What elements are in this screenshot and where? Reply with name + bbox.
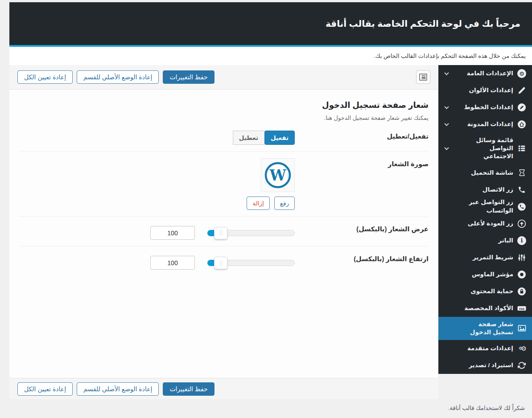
sidebar-item-label: زر الاتصال (483, 186, 513, 194)
sidebar-item-label: شعار صفحة تسجيل الدخول (460, 320, 513, 336)
sidebar-item-label: زر التواصل عبر الواتساب (444, 198, 513, 214)
sidebar-item-advanced-settings[interactable]: ⚙⚙ إعدادات متقدمة (438, 340, 532, 357)
sidebar-item-font-settings[interactable]: إعدادات الخطوط (438, 99, 532, 116)
bottom-toolbar: حفظ التغييرات إعادة الوضع الأصلي للقسم إ… (9, 378, 438, 399)
remove-button[interactable]: إزالة (247, 197, 269, 210)
reset-all-button-bottom[interactable]: إعادة تعيين الكل (17, 382, 73, 396)
logo-width-input[interactable] (150, 226, 195, 240)
sidebar-item-whatsapp-button[interactable]: زر التواصل عبر الواتساب (438, 198, 532, 215)
sidebar-item-label: إعدادات المدونة (467, 120, 513, 128)
reset-all-button[interactable]: إعادة تعيين الكل (17, 70, 73, 84)
sidebar-item-label: الأكواد المخصصة (464, 304, 513, 312)
sidebar-item-label: الإعدادات العامة (467, 70, 513, 78)
disable-button[interactable]: تعطيل (233, 131, 265, 145)
brush-icon (517, 86, 526, 95)
subtitle-text: يمكنك من خلال هذه الصفحة التحكم بإعدادات… (374, 53, 526, 59)
logo-width-slider-handle[interactable] (214, 227, 227, 239)
sidebar-item-label: إعدادات متقدمة (467, 344, 513, 352)
lock-circle-icon (517, 287, 526, 296)
toggle-row: تفعيل/تعطيل تفعيل تعطيل (19, 124, 429, 152)
sidebar-item-slider-bar[interactable]: شريط التمرير (438, 249, 532, 266)
gear-circle-icon: ⚙ (517, 69, 526, 78)
sidebar-item-label: شاشة التحميل (471, 169, 513, 177)
chevron-down-icon (444, 72, 449, 75)
sidebar-item-custom-codes[interactable]: css الأكواد المخصصة (438, 300, 532, 317)
sidebar-item-back-to-top[interactable]: زر العودة لأعلى (438, 215, 532, 232)
phone-icon (517, 185, 526, 194)
sidebar-item-label: شريط التمرير (473, 254, 513, 262)
sidebar-item-blog-settings[interactable]: إعدادات المدونة (438, 116, 532, 133)
sidebar: ⚙ الإعدادات العامة إعدادات الألوان (438, 65, 532, 399)
top-toolbar: حفظ التغييرات إعادة الوضع الأصلي للقسم إ… (9, 65, 438, 90)
panel-toggle-button[interactable] (416, 70, 430, 84)
sidebar-item-general-settings[interactable]: ⚙ الإعدادات العامة (438, 65, 532, 82)
admin-panel: مرحباً بك في لوحة التحكم الخاصة بقالب أن… (9, 2, 532, 399)
enable-disable-toggle: تفعيل تعطيل (233, 131, 295, 145)
sidebar-item-label: إعدادات الألوان (469, 86, 513, 94)
import-export-icon (517, 361, 526, 370)
logo-height-row: ارتفاع الشعار (بالبكسل) (19, 246, 429, 276)
sidebar-item-label: استيراد / تصدير (469, 361, 513, 369)
page-title: مرحباً بك في لوحة التحكم الخاصة بقالب أن… (326, 18, 520, 29)
home-circle-icon (517, 120, 526, 129)
list-icon (517, 144, 526, 153)
logo-height-input[interactable] (150, 256, 195, 270)
reset-section-button[interactable]: إعادة الوضع الأصلي للقسم (77, 70, 159, 84)
section-title: شعار صفحة تسجيل الدخول (19, 100, 429, 110)
image-icon (517, 324, 526, 333)
reset-section-button-bottom[interactable]: إعادة الوضع الأصلي للقسم (77, 382, 159, 396)
chevron-down-icon (444, 123, 449, 126)
section-panel: شعار صفحة تسجيل الدخول يمكنك تغيير شعار … (9, 90, 438, 378)
content-area: حفظ التغييرات إعادة الوضع الأصلي للقسم إ… (9, 65, 438, 399)
sidebar-item-login-page-logo[interactable]: شعار صفحة تسجيل الدخول (438, 317, 532, 340)
footer-thanks-text: شكراً لك لاستخدامك قالب أناقة. (0, 399, 532, 411)
toggle-label: تفعيل/تعطيل (295, 131, 429, 140)
upload-button[interactable]: رفع (274, 197, 295, 210)
chevron-down-icon (444, 147, 449, 150)
sidebar-menu: ⚙ الإعدادات العامة إعدادات الألوان (438, 65, 532, 374)
sidebar-item-content-protection[interactable]: حماية المحتوى (438, 283, 532, 300)
section-description: يمكنك تغيير شعار صفحة تسجيل الدخول هنا. (19, 115, 429, 121)
svg-text:css: css (519, 307, 524, 310)
sidebar-item-color-settings[interactable]: إعدادات الألوان (438, 82, 532, 99)
page-header: مرحباً بك في لوحة التحكم الخاصة بقالب أن… (9, 2, 532, 47)
logo-height-label: ارتفاع الشعار (بالبكسل) (295, 253, 429, 262)
sidebar-item-label: مؤشر الماوس (472, 270, 513, 279)
sidebar-item-banner[interactable]: i البانر (438, 232, 532, 249)
sidebar-item-social-media[interactable]: قائمة وسائل التواصل الاجتماعي (438, 133, 532, 164)
sidebar-item-mouse-cursor[interactable]: مؤشر الماوس (438, 266, 532, 283)
chevron-down-icon (444, 106, 449, 109)
sidebar-item-label: البانر (498, 237, 513, 245)
sidebar-item-call-button[interactable]: زر الاتصال (438, 181, 532, 198)
sidebar-item-label: حماية المحتوى (470, 287, 513, 295)
sliders-icon (517, 253, 526, 262)
logo-height-slider[interactable] (207, 260, 295, 266)
logo-width-label: عرض الشعار (بالبكسل) (295, 223, 429, 233)
sidebar-item-import-export[interactable]: استيراد / تصدير (438, 357, 532, 374)
mouse-pointer-icon (517, 270, 526, 279)
panel-layout-icon (419, 74, 427, 81)
wordpress-logo: W (264, 162, 291, 189)
arrow-up-circle-icon (517, 219, 526, 228)
subtitle-strip: يمكنك من خلال هذه الصفحة التحكم بإعدادات… (9, 47, 532, 65)
sidebar-item-label: زر العودة لأعلى (468, 220, 513, 228)
logo-preview: W (261, 158, 295, 192)
sidebar-item-label: إعدادات الخطوط (464, 103, 513, 111)
hourglass-icon (517, 168, 526, 177)
sidebar-item-label: قائمة وسائل التواصل الاجتماعي (460, 136, 513, 161)
gears-icon: ⚙⚙ (517, 344, 526, 353)
save-button-bottom[interactable]: حفظ التغييرات (163, 382, 214, 396)
logo-width-slider[interactable] (207, 230, 295, 236)
logo-height-slider-handle[interactable] (214, 257, 227, 269)
info-circle-icon: i (517, 236, 526, 245)
svg-text:W: W (269, 167, 286, 184)
sidebar-item-loading-screen[interactable]: شاشة التحميل (438, 164, 532, 181)
whatsapp-icon (517, 202, 526, 211)
logo-image-label: صورة الشعار (295, 158, 429, 168)
css-badge-icon: css (517, 304, 526, 313)
logo-width-row: عرض الشعار (بالبكسل) (19, 217, 429, 246)
pencil-circle-icon (517, 103, 526, 112)
save-button[interactable]: حفظ التغييرات (163, 70, 214, 84)
logo-image-row: صورة الشعار W رفع إزالة (19, 152, 429, 217)
enable-button[interactable]: تفعيل (264, 131, 295, 145)
